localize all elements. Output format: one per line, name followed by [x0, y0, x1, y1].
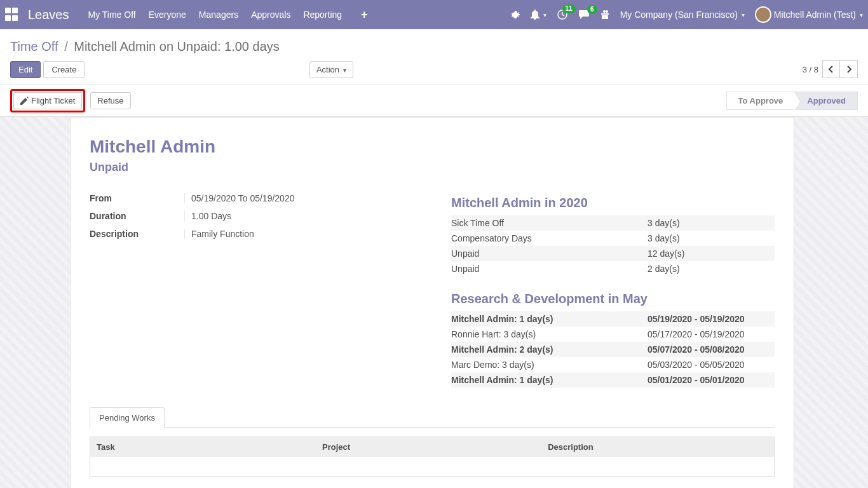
- dept-table: Mitchell Admin: 1 day(s)05/19/2020 - 05/…: [451, 311, 775, 388]
- dept-range: 05/19/2020 - 05/19/2020: [648, 314, 775, 324]
- breadcrumb: Time Off / Mitchell Admin on Unpaid: 1.0…: [10, 39, 858, 54]
- activities-icon[interactable]: 11: [557, 9, 568, 20]
- pager-next[interactable]: [840, 60, 858, 78]
- breadcrumb-root[interactable]: Time Off: [10, 39, 58, 53]
- dept-who: Ronnie Hart: 3 day(s): [451, 329, 648, 339]
- dept-range: 05/03/2020 - 05/05/2020: [648, 360, 775, 370]
- value-from: 05/19/2020 To 05/19/2020: [191, 193, 294, 203]
- summary-row: Unpaid12 day(s): [451, 246, 775, 261]
- dept-who: Mitchell Admin: 1 day(s): [451, 314, 648, 324]
- company-switcher[interactable]: My Company (San Francisco) ▾: [620, 10, 745, 20]
- refuse-button[interactable]: Refuse: [90, 92, 130, 109]
- dept-range: 05/01/2020 - 05/01/2020: [648, 375, 775, 385]
- messages-icon[interactable]: 6: [578, 10, 590, 20]
- app-brand[interactable]: Leaves: [28, 8, 69, 22]
- add-menu-icon[interactable]: +: [361, 8, 368, 22]
- summary-type: Unpaid: [451, 264, 648, 274]
- tab-pending-works[interactable]: Pending Works: [90, 407, 165, 428]
- action-label: Action: [316, 65, 339, 74]
- menu-reporting[interactable]: Reporting: [303, 10, 342, 20]
- dept-who: Mitchell Admin: 1 day(s): [451, 375, 648, 385]
- tabs: Pending Works Task Project Description: [90, 407, 775, 477]
- dept-who: Mitchell Admin: 2 day(s): [451, 344, 648, 355]
- user-menu[interactable]: Mitchell Admin (Test) ▾: [755, 6, 863, 23]
- form-background: Mitchell Admin Unpaid From 05/19/2020 To…: [0, 117, 868, 488]
- label-duration: Duration: [90, 211, 185, 221]
- col-project: Project: [316, 437, 541, 457]
- chevron-left-icon: [828, 65, 834, 73]
- summary-row: Compensatory Days3 day(s): [451, 231, 775, 246]
- user-name: Mitchell Admin (Test): [774, 10, 856, 20]
- highlight-annotation: Flight Ticket: [10, 89, 85, 112]
- pager-prev[interactable]: [822, 60, 840, 78]
- col-task: Task: [90, 437, 316, 457]
- control-panel: Time Off / Mitchell Admin on Unpaid: 1.0…: [0, 29, 868, 85]
- value-duration: 1.00 Days: [191, 211, 231, 221]
- dept-who: Marc Demo: 3 day(s): [451, 360, 648, 370]
- main-menu: My Time Off Everyone Managers Approvals …: [88, 8, 368, 22]
- action-dropdown[interactable]: Action ▾: [309, 61, 353, 78]
- breadcrumb-sep: /: [64, 39, 68, 53]
- summary-row: Sick Time Off3 day(s): [451, 215, 775, 231]
- summary-row: Unpaid2 day(s): [451, 261, 775, 276]
- dept-row: Mitchell Admin: 1 day(s)05/19/2020 - 05/…: [451, 311, 775, 327]
- menu-everyone[interactable]: Everyone: [149, 10, 186, 20]
- avatar: [755, 6, 771, 23]
- chevron-right-icon: [846, 65, 852, 73]
- dept-row: Ronnie Hart: 3 day(s)05/17/2020 - 05/19/…: [451, 327, 775, 342]
- dept-row: Mitchell Admin: 2 day(s)05/07/2020 - 05/…: [451, 342, 775, 357]
- summary-days: 2 day(s): [648, 264, 775, 274]
- systray: ▾ 11 6 My Company (San Francisco) ▾ Mitc…: [510, 6, 863, 23]
- debug-icon[interactable]: [510, 10, 520, 20]
- form-left-column: From 05/19/2020 To 05/19/2020 Duration 1…: [90, 189, 432, 388]
- caret-down-icon: ▾: [543, 11, 546, 18]
- summary-days: 3 day(s): [648, 233, 775, 243]
- pager: 3 / 8: [803, 60, 858, 78]
- pager-text: 3 / 8: [803, 65, 818, 74]
- activities-badge: 11: [562, 4, 576, 13]
- company-name: My Company (San Francisco): [620, 10, 738, 20]
- caret-down-icon: ▾: [343, 67, 346, 74]
- status-stages: To Approve Approved: [726, 92, 858, 110]
- flight-ticket-label: Flight Ticket: [31, 96, 75, 105]
- summary-days: 3 day(s): [648, 218, 775, 228]
- edit-icon: [20, 97, 29, 105]
- employee-title: Mitchell Admin: [90, 137, 775, 157]
- dept-range: 05/07/2020 - 05/08/2020: [648, 344, 775, 355]
- summary-type: Compensatory Days: [451, 233, 648, 243]
- caret-down-icon: ▾: [860, 11, 863, 18]
- breadcrumb-current: Mitchell Admin on Unpaid: 1.00 days: [74, 39, 280, 53]
- menu-managers[interactable]: Managers: [199, 10, 238, 20]
- leave-type-subtitle: Unpaid: [90, 161, 775, 174]
- apps-icon[interactable]: [5, 8, 19, 22]
- form-sheet: Mitchell Admin Unpaid From 05/19/2020 To…: [70, 117, 794, 488]
- notifications-icon[interactable]: ▾: [531, 10, 546, 20]
- dept-title: Research & Development in May: [451, 292, 775, 306]
- summary-type: Unpaid: [451, 248, 648, 259]
- summary-type: Sick Time Off: [451, 218, 648, 228]
- summary-days: 12 day(s): [648, 248, 775, 259]
- menu-approvals[interactable]: Approvals: [251, 10, 290, 20]
- form-right-column: Mitchell Admin in 2020 Sick Time Off3 da…: [451, 189, 775, 388]
- summary-table: Sick Time Off3 day(s)Compensatory Days3 …: [451, 215, 775, 276]
- gift-icon[interactable]: [600, 10, 610, 20]
- label-from: From: [90, 193, 185, 203]
- stage-approved[interactable]: Approved: [795, 92, 858, 110]
- value-description: Family Function: [191, 229, 254, 239]
- grid-empty-body: [90, 457, 774, 476]
- edit-button[interactable]: Edit: [10, 61, 41, 78]
- flight-ticket-button[interactable]: Flight Ticket: [13, 92, 82, 109]
- label-description: Description: [90, 229, 185, 239]
- create-button[interactable]: Create: [43, 61, 85, 78]
- dept-range: 05/17/2020 - 05/19/2020: [648, 329, 775, 339]
- caret-down-icon: ▾: [742, 11, 745, 18]
- dept-row: Marc Demo: 3 day(s)05/03/2020 - 05/05/20…: [451, 357, 775, 372]
- col-description: Description: [541, 437, 774, 457]
- messages-badge: 6: [587, 5, 597, 14]
- summary-title: Mitchell Admin in 2020: [451, 196, 775, 210]
- dept-row: Mitchell Admin: 1 day(s)05/01/2020 - 05/…: [451, 372, 775, 388]
- stage-to-approve[interactable]: To Approve: [726, 92, 796, 110]
- menu-my-time-off[interactable]: My Time Off: [88, 10, 136, 20]
- top-navbar: Leaves My Time Off Everyone Managers App…: [0, 0, 868, 29]
- status-bar: Flight Ticket Refuse To Approve Approved: [0, 85, 868, 117]
